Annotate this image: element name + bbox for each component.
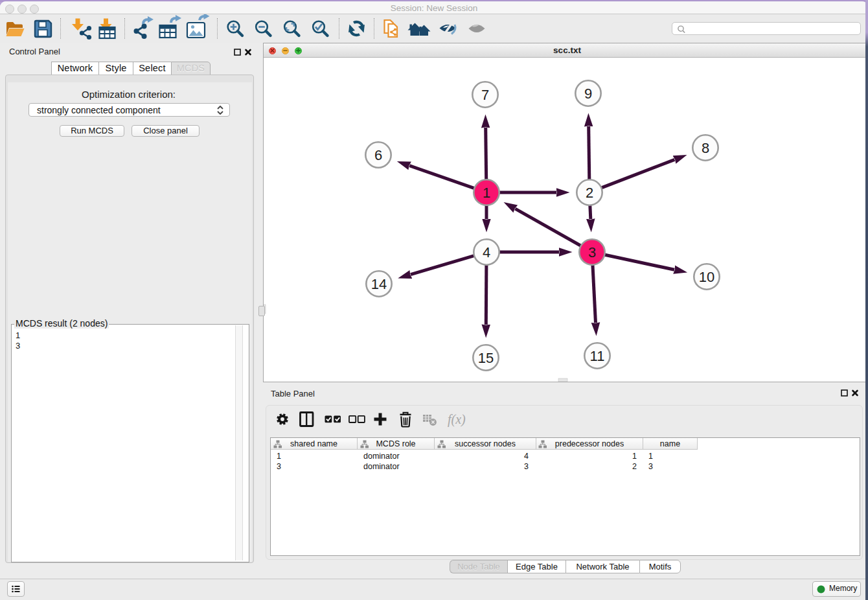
- svg-text:8: 8: [702, 140, 709, 156]
- svg-text:6: 6: [374, 147, 382, 163]
- svg-text:2: 2: [586, 185, 593, 201]
- svg-text:10: 10: [699, 269, 714, 285]
- svg-text:4: 4: [483, 244, 490, 260]
- svg-text:7: 7: [481, 87, 489, 103]
- svg-text:15: 15: [478, 350, 494, 366]
- svg-text:14: 14: [371, 276, 387, 292]
- svg-text:11: 11: [590, 348, 605, 364]
- svg-text:1: 1: [483, 185, 490, 201]
- svg-text:f(x): f(x): [448, 412, 466, 427]
- svg-text:9: 9: [584, 86, 592, 102]
- svg-text:3: 3: [588, 244, 596, 260]
